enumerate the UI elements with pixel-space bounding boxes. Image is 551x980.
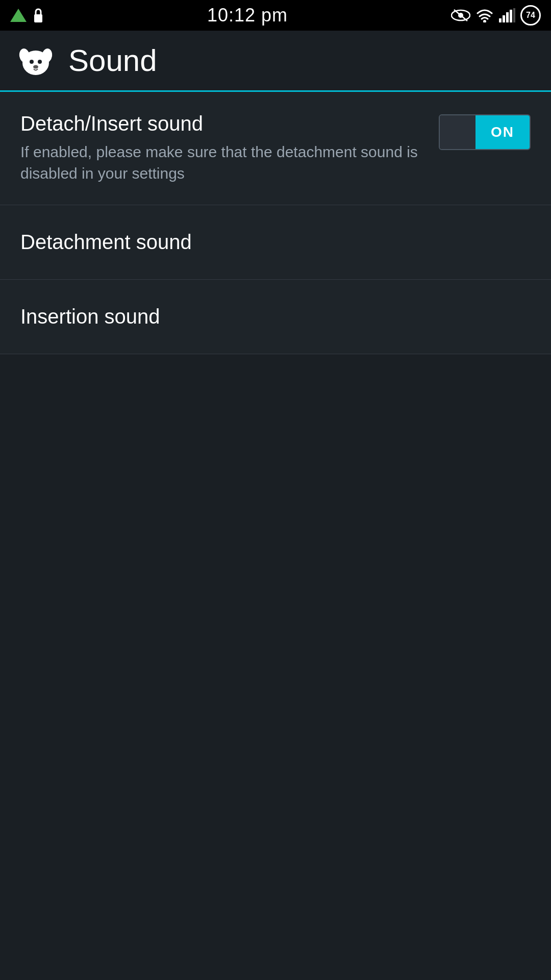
svg-rect-10	[513, 8, 515, 22]
svg-point-16	[33, 65, 38, 68]
detach-insert-description: If enabled, please make sure that the de…	[20, 141, 418, 184]
detach-insert-text: Detach/Insert sound If enabled, please m…	[20, 112, 439, 184]
status-time: 10:12 pm	[207, 5, 288, 26]
detachment-sound-title: Detachment sound	[20, 231, 531, 254]
toggle-on-label: ON	[491, 124, 514, 140]
toggle-container: ON	[439, 114, 531, 150]
insertion-sound-setting[interactable]: Insertion sound	[0, 280, 551, 354]
svg-point-14	[30, 60, 34, 64]
detach-insert-title: Detach/Insert sound	[20, 112, 418, 135]
lock-icon	[33, 8, 44, 22]
app-dog-icon	[15, 40, 56, 81]
svg-rect-1	[34, 14, 42, 22]
page-title: Sound	[68, 43, 157, 78]
network-arrow-icon	[10, 9, 27, 22]
detachment-sound-setting[interactable]: Detachment sound	[0, 205, 551, 280]
svg-rect-6	[499, 18, 502, 22]
status-right-icons: 74	[451, 5, 541, 26]
eye-icon	[451, 9, 470, 22]
battery-indicator: 74	[520, 5, 541, 26]
svg-marker-0	[10, 9, 27, 22]
svg-point-15	[38, 60, 42, 64]
status-bar: 10:12 pm 74	[0, 0, 551, 31]
insertion-sound-title: Insertion sound	[20, 305, 531, 328]
app-bar: Sound	[0, 31, 551, 92]
svg-point-5	[483, 20, 486, 22]
status-left-icons	[10, 8, 44, 22]
toggle-off-area	[440, 115, 475, 149]
wifi-icon	[475, 8, 494, 22]
detach-insert-setting[interactable]: Detach/Insert sound If enabled, please m…	[0, 92, 551, 205]
signal-bars-icon	[499, 8, 515, 22]
svg-rect-9	[510, 10, 512, 22]
svg-rect-7	[503, 15, 505, 22]
settings-content: Detach/Insert sound If enabled, please m…	[0, 92, 551, 354]
toggle-on-area: ON	[475, 115, 530, 149]
detach-insert-toggle[interactable]: ON	[439, 114, 531, 150]
svg-rect-8	[506, 12, 509, 22]
